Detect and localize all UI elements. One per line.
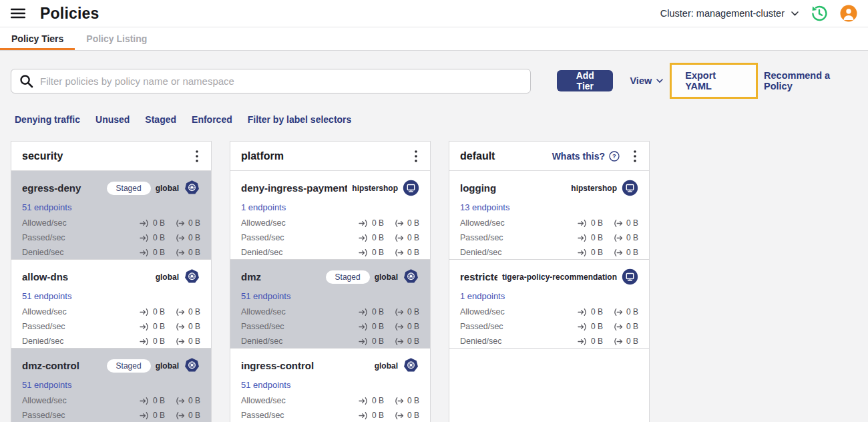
stat-label: Allowed/sec [241, 218, 349, 228]
egress-arrow-icon [175, 337, 185, 346]
policy-stat-row: Allowed/sec0 B0 B [241, 218, 419, 228]
policy-card[interactable]: dmzStagedglobal51 endpointsAllowed/sec0 … [230, 260, 430, 349]
policy-stat-row: Passed/sec0 B0 B [460, 233, 638, 242]
egress-stat-value: 0 B [626, 307, 638, 316]
endpoints-link[interactable]: 13 endpoints [460, 202, 509, 212]
cluster-selector[interactable]: Cluster: management-cluster [660, 8, 799, 19]
stat-label: Denied/sec [460, 337, 568, 346]
view-dropdown[interactable]: View [630, 75, 663, 86]
recommend-policy-button[interactable]: Recommend a Policy [764, 70, 857, 91]
hamburger-menu-icon[interactable] [11, 7, 27, 19]
egress-stat: 0 B [394, 307, 419, 316]
export-yaml-button[interactable]: Export YAML [685, 70, 742, 91]
policy-search-input[interactable] [40, 75, 522, 87]
staged-badge: Staged [107, 359, 151, 373]
endpoints-link[interactable]: 51 endpoints [241, 380, 290, 390]
ingress-stat: 0 B [578, 322, 603, 331]
search-icon [19, 74, 33, 88]
egress-stat-value: 0 B [407, 396, 419, 405]
ingress-arrow-icon [359, 411, 369, 420]
egress-arrow-icon [175, 397, 185, 405]
tab-policy-listing-label: Policy Listing [86, 33, 147, 44]
endpoints-link[interactable]: 1 endpoints [241, 202, 286, 212]
ingress-stat-value: 0 B [153, 248, 165, 257]
ingress-arrow-icon [140, 308, 150, 316]
kebab-menu-icon[interactable] [630, 150, 640, 163]
ingress-stat: 0 B [359, 233, 384, 242]
kubernetes-global-icon [403, 357, 419, 374]
tiers-row: securityegress-denyStagedglobal51 endpoi… [11, 141, 857, 422]
kebab-menu-icon[interactable] [192, 150, 202, 163]
filter-enforced[interactable]: Enforced [192, 114, 232, 125]
policy-scope-label: hipstershop [571, 184, 617, 193]
egress-stat: 0 B [394, 337, 419, 346]
question-circle-icon: ? [609, 151, 620, 162]
add-tier-button[interactable]: Add Tier [557, 70, 613, 91]
egress-arrow-icon [394, 411, 404, 420]
ingress-stat: 0 B [359, 218, 384, 228]
egress-stat-value: 0 B [626, 248, 638, 257]
filter-unused[interactable]: Unused [95, 114, 130, 125]
egress-stat: 0 B [175, 233, 200, 242]
tier-title: security [22, 150, 192, 162]
egress-stat: 0 B [175, 322, 200, 331]
policy-card[interactable]: logginghipstershop13 endpointsAllowed/se… [449, 171, 649, 260]
egress-stat-value: 0 B [407, 233, 419, 242]
endpoints-link[interactable]: 1 endpoints [460, 291, 505, 301]
cluster-selector-label: Cluster: management-cluster [660, 8, 785, 19]
policy-card[interactable]: ingress-controlglobal51 endpointsAllowed… [230, 349, 430, 422]
tab-policy-listing[interactable]: Policy Listing [75, 27, 158, 50]
filter-denying-traffic[interactable]: Denying traffic [15, 114, 80, 125]
ingress-stat: 0 B [140, 396, 165, 405]
endpoints-link[interactable]: 51 endpoints [22, 202, 71, 212]
policy-card-top: deny-ingress-paymentservi…hipstershop [241, 180, 419, 196]
egress-stat-value: 0 B [407, 218, 419, 228]
policy-stat-row: Allowed/sec0 B0 B [22, 218, 200, 228]
policy-stat-row: Denied/sec0 B0 B [460, 248, 638, 257]
ingress-arrow-icon [578, 308, 588, 316]
policy-card[interactable]: dmz-controlStagedglobal51 endpointsAllow… [11, 349, 211, 422]
tier-column-security: securityegress-denyStagedglobal51 endpoi… [11, 141, 212, 422]
tier-column-platform: platformdeny-ingress-paymentservi…hipste… [230, 141, 431, 422]
staged-badge: Staged [107, 182, 151, 195]
stat-label: Denied/sec [22, 337, 130, 346]
egress-stat: 0 B [394, 411, 419, 420]
egress-stat: 0 B [175, 307, 200, 316]
policy-card[interactable]: egress-denyStagedglobal51 endpointsAllow… [11, 171, 211, 260]
ingress-stat: 0 B [578, 337, 603, 346]
filter-staged[interactable]: Staged [145, 114, 176, 125]
stat-label: Denied/sec [241, 248, 349, 257]
endpoints-link[interactable]: 51 endpoints [22, 380, 71, 390]
egress-stat: 0 B [613, 307, 638, 316]
egress-stat: 0 B [613, 322, 638, 331]
egress-stat-value: 0 B [626, 218, 638, 228]
policy-card[interactable]: restrictedtigera-policy-recommendation1 … [449, 260, 649, 349]
user-avatar-icon[interactable] [840, 5, 857, 22]
endpoints-link[interactable]: 51 endpoints [241, 291, 290, 301]
policy-stat-row: Allowed/sec0 B0 B [460, 218, 638, 228]
ingress-stat: 0 B [359, 411, 384, 420]
kebab-menu-icon[interactable] [411, 150, 421, 163]
filter-by-label-selectors[interactable]: Filter by label selectors [248, 114, 352, 125]
quick-filters: Denying traffic Unused Staged Enforced F… [15, 114, 857, 125]
namespace-icon [622, 180, 638, 196]
whats-this-link[interactable]: Whats this?? [552, 151, 620, 162]
history-icon[interactable] [811, 5, 828, 22]
ingress-stat: 0 B [359, 396, 384, 405]
ingress-arrow-icon [359, 248, 369, 257]
egress-arrow-icon [175, 308, 185, 316]
egress-stat-value: 0 B [188, 218, 200, 228]
endpoints-link[interactable]: 51 endpoints [22, 291, 71, 301]
egress-stat: 0 B [613, 218, 638, 228]
policy-card[interactable]: allow-dnsglobal51 endpointsAllowed/sec0 … [11, 260, 211, 349]
policy-card-top: logginghipstershop [460, 180, 638, 196]
tab-policy-tiers[interactable]: Policy Tiers [0, 27, 75, 50]
egress-stat: 0 B [394, 322, 419, 331]
policy-card-top: dmzStagedglobal [241, 268, 419, 285]
policy-stat-row: Allowed/sec0 B0 B [241, 396, 419, 405]
ingress-stat-value: 0 B [591, 218, 603, 228]
ingress-stat-value: 0 B [153, 218, 165, 228]
policy-name: restricted [460, 271, 497, 282]
policy-card[interactable]: deny-ingress-paymentservi…hipstershop1 e… [230, 171, 430, 260]
policy-stat-row: Passed/sec0 B0 B [22, 322, 200, 331]
